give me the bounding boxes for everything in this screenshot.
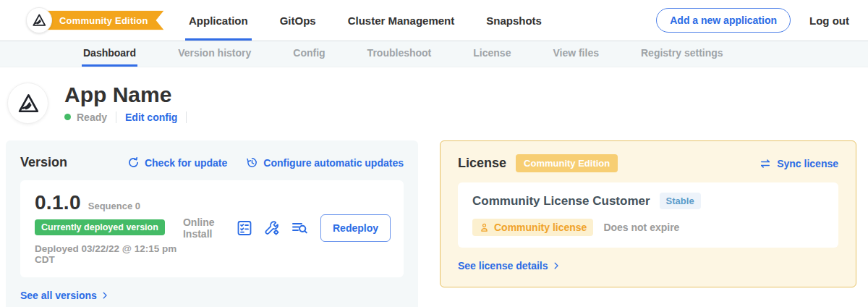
dashboard-cards: Version Check for update Configure au [0, 124, 868, 307]
redeploy-button[interactable]: Redeploy [320, 214, 391, 242]
preflight-checks-button[interactable] [236, 219, 253, 237]
divider [116, 112, 116, 123]
edit-config-link[interactable]: Edit config [125, 112, 177, 123]
add-new-application-button[interactable]: Add a new application [656, 8, 791, 33]
license-card-header: License Community Edition Sync license [458, 154, 838, 172]
app-header: App Name Ready Edit config [0, 67, 868, 124]
clock-refresh-icon [246, 156, 258, 169]
version-card-header: Version Check for update Configure au [20, 155, 404, 170]
current-version-info: 0.1.0 Sequence 0 Currently deployed vers… [35, 191, 183, 265]
license-card-title: License [458, 156, 506, 171]
version-number-row: 0.1.0 Sequence 0 [35, 191, 183, 214]
community-edition-badge: Community Edition [516, 154, 618, 172]
app-sub-nav: Dashboard Version history Config Trouble… [0, 41, 868, 67]
tab-config[interactable]: Config [292, 41, 326, 67]
version-card-actions: Check for update Configure automatic upd… [127, 156, 404, 169]
page-title: App Name [64, 83, 195, 106]
refresh-icon [127, 156, 140, 169]
community-edition-label: Community Edition [59, 15, 148, 26]
sync-arrows-icon [759, 157, 772, 170]
tab-dashboard[interactable]: Dashboard [82, 41, 137, 67]
chevron-right-icon [552, 261, 561, 270]
tab-license[interactable]: License [472, 41, 512, 67]
current-version-panel: 0.1.0 Sequence 0 Currently deployed vers… [20, 180, 404, 277]
replicated-logo-badge [26, 7, 52, 33]
license-details-panel: Community License Customer Stable Commun… [458, 182, 838, 248]
expiry-text: Does not expire [603, 222, 679, 233]
top-nav: Community Edition Application GitOps Clu… [0, 0, 868, 41]
see-all-versions-label: See all versions [20, 290, 97, 301]
top-nav-right: Add a new application Log out [656, 0, 868, 41]
app-status-row: Ready Edit config [64, 112, 195, 123]
customer-row: Community License Customer Stable [472, 193, 824, 209]
license-type-row: Community license Does not expire [472, 219, 824, 236]
version-number: 0.1.0 [35, 191, 81, 214]
logout-link[interactable]: Log out [809, 14, 849, 27]
version-action-buttons: Online Install [183, 214, 391, 242]
community-edition-ribbon: Community Edition [36, 11, 164, 30]
status-text: Ready [77, 112, 107, 123]
license-card: License Community Edition Sync license C… [440, 140, 856, 287]
sequence-label: Sequence 0 [88, 201, 140, 211]
see-license-details-label: See license details [458, 260, 548, 272]
view-files-diff-button[interactable] [291, 219, 308, 237]
see-all-versions-link[interactable]: See all versions [20, 290, 109, 301]
license-type-badge: Community license [472, 219, 593, 236]
configure-automatic-updates-label: Configure automatic updates [263, 157, 404, 169]
deployed-timestamp: Deployed 03/22/22 @ 12:15 pm CDT [35, 243, 183, 265]
tab-registry-settings[interactable]: Registry settings [639, 41, 725, 67]
app-header-text: App Name Ready Edit config [64, 83, 195, 123]
see-license-details-link[interactable]: See license details [458, 260, 561, 272]
check-for-update-link[interactable]: Check for update [127, 156, 227, 169]
preflight-checklist-icon [236, 219, 253, 237]
customer-name: Community License Customer [472, 194, 650, 209]
configure-automatic-updates-link[interactable]: Configure automatic updates [246, 156, 404, 169]
file-diff-magnifier-icon [291, 219, 308, 237]
nav-snapshots[interactable]: Snapshots [482, 0, 545, 41]
nav-application[interactable]: Application [185, 0, 252, 41]
primary-nav: Application GitOps Cluster Management Sn… [185, 0, 545, 41]
replicated-logo-icon [31, 12, 47, 28]
license-type-label: Community license [494, 222, 587, 233]
version-card-title: Version [20, 155, 67, 170]
install-type-label: Online Install [183, 216, 224, 240]
nav-cluster-management[interactable]: Cluster Management [344, 0, 459, 41]
person-icon [479, 222, 490, 233]
status-dot [64, 114, 71, 120]
deployed-badge: Currently deployed version [35, 219, 165, 235]
channel-badge: Stable [660, 193, 701, 209]
tab-version-history[interactable]: Version history [176, 41, 252, 67]
tab-troubleshoot[interactable]: Troubleshoot [366, 41, 433, 67]
brand: Community Edition [26, 7, 176, 33]
check-for-update-label: Check for update [145, 157, 227, 169]
edit-config-button[interactable] [263, 219, 281, 237]
license-title-group: License Community Edition [458, 154, 618, 172]
replicated-logo-icon [16, 91, 41, 116]
sync-license-label: Sync license [777, 158, 838, 169]
wrench-gear-icon [263, 219, 281, 237]
sync-license-link[interactable]: Sync license [759, 157, 838, 170]
tab-view-files[interactable]: View files [551, 41, 600, 67]
divider [186, 112, 187, 123]
app-avatar [7, 83, 48, 124]
chevron-right-icon [101, 291, 109, 300]
nav-gitops[interactable]: GitOps [276, 0, 320, 41]
version-card: Version Check for update Configure au [6, 140, 418, 307]
